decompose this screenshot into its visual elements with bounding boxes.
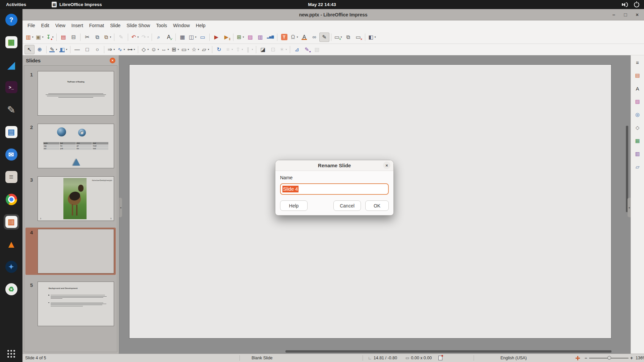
ellipse-icon[interactable]: ○ [92,45,102,54]
image-filter-dropdown-icon[interactable]: ▾ [285,48,287,51]
slide-thumbnail-5[interactable]: 5 Background and Development [25,280,116,327]
chrome-icon[interactable] [4,192,19,207]
3d-objects-dropdown-icon[interactable]: ▾ [208,48,209,51]
3d-objects-icon[interactable]: ▱▾ [200,45,210,54]
display-views-dropdown-icon[interactable]: ▾ [195,36,196,39]
ok-button[interactable]: OK [365,200,389,211]
print-icon[interactable]: ⊟ [68,33,78,42]
curves-polygons-icon[interactable]: ∿▾ [116,45,126,54]
insert-table-icon[interactable]: ⊞▾ [235,33,245,42]
navigator-icon[interactable]: ◎ [633,110,642,119]
align-objects-dropdown-icon[interactable]: ▾ [231,48,233,51]
show-applications-icon[interactable] [7,350,15,358]
insert-chart-icon[interactable]: ▂▅▇ [265,33,275,42]
distribute-dropdown-icon[interactable]: ▾ [252,48,253,51]
zoom-in-button[interactable]: + [630,355,633,361]
properties-icon[interactable]: ▤ [633,71,642,80]
zoom-slider[interactable] [589,358,629,359]
styles-icon[interactable]: A [633,84,642,93]
paste-dropdown-icon[interactable]: ▾ [110,36,111,39]
callout-shapes-icon[interactable]: ▭▾ [180,45,190,54]
show-draw-functions-icon[interactable]: ✎ [319,33,329,42]
menu-insert[interactable]: Insert [68,21,86,29]
symbol-shapes-icon[interactable]: ☺▾ [150,45,160,54]
master-slide-icon[interactable]: ▭ [198,33,208,42]
symbol-shapes-dropdown-icon[interactable]: ▾ [158,48,159,51]
language-status[interactable]: English (USA) [500,354,527,362]
menu-edit[interactable]: Edit [38,21,52,29]
fill-color-icon[interactable]: ◧▾ [58,45,68,54]
undo-icon[interactable]: ↶▾ [130,33,140,42]
slide-layout-status[interactable]: Blank Slide [252,354,273,362]
minimize-button[interactable]: – [612,12,615,17]
redo-dropdown-icon[interactable]: ▾ [147,36,149,39]
font-color-icon[interactable]: A [299,33,309,42]
menu-tools[interactable]: Tools [153,21,170,29]
zoom-level[interactable]: 136% [636,354,644,362]
maximize-button[interactable]: □ [624,12,627,17]
insert-textbox-icon[interactable]: T [279,33,289,42]
zoom-pan-icon[interactable]: ⊕ [35,45,45,54]
fit-slide-icon[interactable] [576,356,580,360]
activities-button[interactable]: Activities [0,0,32,9]
slides-panel-close-icon[interactable]: × [110,58,115,63]
display-views-icon[interactable]: ◫▾ [187,33,198,42]
cut-icon[interactable]: ✂ [82,33,92,42]
delete-slide-icon[interactable]: ▭× [353,33,363,42]
line-color-icon[interactable]: ✎▾ [48,45,58,54]
menu-format[interactable]: Format [86,21,107,29]
libreoffice-calc-icon[interactable]: ▦ [4,35,19,50]
document-modified-icon[interactable] [438,356,442,360]
basic-shapes-dropdown-icon[interactable]: ▾ [147,48,149,51]
slides-panel-splitter[interactable]: ◂ [119,198,122,217]
insert-table-dropdown-icon[interactable]: ▾ [243,36,244,39]
curves-polygons-dropdown-icon[interactable]: ▾ [123,48,125,51]
start-from-first-slide-icon[interactable]: ▶ [211,33,221,42]
slide-layout-icon[interactable]: ◧▾ [367,33,377,42]
hyperlink-icon[interactable]: ∞ [309,33,319,42]
volume-icon[interactable] [622,2,628,7]
lines-arrows-dropdown-icon[interactable]: ▾ [113,48,115,51]
display-grid-icon[interactable]: ▦ [177,33,187,42]
slide-thumbnail-3[interactable]: 3 /home/user/Desktop/new.pptx 3 5 [25,175,116,222]
help-button[interactable]: Help [280,200,308,211]
trash-icon[interactable]: ♻ [4,282,19,297]
gimp-icon[interactable]: ✎ [4,102,19,117]
line-color-dropdown-icon[interactable]: ▾ [56,48,57,51]
connectors-icon[interactable]: ⊶▾ [126,45,136,54]
cancel-button[interactable]: Cancel [333,200,361,211]
duplicate-slide-icon[interactable]: ⧉ [343,33,353,42]
rectangle-icon[interactable]: □ [82,45,92,54]
dialog-close-icon[interactable]: × [383,162,390,169]
animation-icon[interactable]: ▥ [633,149,642,158]
insert-media-icon[interactable]: ▥ [255,33,265,42]
find-replace-icon[interactable]: ⌕ [154,33,164,42]
slide-transition-icon[interactable]: ▱ [633,163,642,171]
spelling-icon[interactable]: A✓ [164,33,174,42]
files-icon[interactable]: ≡ [4,169,19,185]
open-file-icon[interactable]: ▣▾ [35,33,45,42]
arrange-dropdown-icon[interactable]: ▾ [241,48,243,51]
libreoffice-writer-icon[interactable]: ▤ [4,124,19,140]
block-arrows-dropdown-icon[interactable]: ▾ [167,48,169,51]
flowchart-dropdown-icon[interactable]: ▾ [177,48,179,51]
libreoffice-impress-icon[interactable]: ▥ [4,214,19,230]
insert-image-icon[interactable]: ▨ [245,33,255,42]
sidebar-splitter[interactable]: ◂ [628,198,631,217]
new-slide-icon[interactable]: ▭+▾ [333,33,343,42]
paste-icon[interactable]: ⧉▾ [102,33,112,42]
horizontal-scrollbar[interactable] [285,350,611,353]
glue-points-icon[interactable]: ✎● [302,45,312,54]
select-icon[interactable]: ↖ [24,45,35,54]
new-presentation-icon[interactable]: ▥▾ [24,33,35,42]
sidebar-menu-icon[interactable]: ≡ [633,58,642,67]
menu-file[interactable]: File [24,21,38,29]
start-from-current-slide-icon[interactable]: ▶‖ [221,33,231,42]
slide-thumbnail-2[interactable]: 2 applebedclickdealeggfungirlheadidoljun… [25,122,116,170]
fill-color-dropdown-icon[interactable]: ▾ [66,48,67,51]
menu-slide-show[interactable]: Slide Show [123,21,153,29]
menu-help[interactable]: Help [193,21,209,29]
points-icon[interactable]: ⊿ [292,45,302,54]
power-icon[interactable] [634,2,639,7]
shadow-icon[interactable]: ◪ [258,45,268,54]
